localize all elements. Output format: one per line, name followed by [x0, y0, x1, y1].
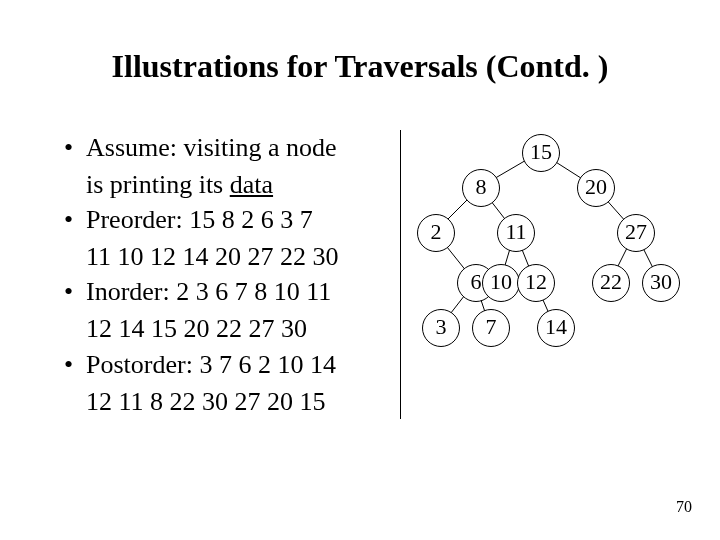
bullet-inorder-cont: 12 14 15 20 22 27 30 — [86, 311, 394, 346]
bullet-assume-cont-text: is printing its — [86, 170, 230, 199]
tree-node-11: 11 — [497, 214, 535, 252]
tree-node-10: 10 — [482, 264, 520, 302]
tree-node-8: 8 — [462, 169, 500, 207]
bullet-postorder: • Postorder: 3 7 6 2 10 14 — [64, 347, 394, 382]
slide: Illustrations for Traversals (Contd. ) •… — [0, 0, 720, 540]
bullet-assume-underline: data — [230, 170, 273, 199]
tree-node-14: 14 — [537, 309, 575, 347]
tree-node-30: 30 — [642, 264, 680, 302]
bullet-marker: • — [64, 347, 86, 382]
bullet-inorder: • Inorder: 2 3 6 7 8 10 11 — [64, 274, 394, 309]
bullet-marker: • — [64, 202, 86, 237]
tree-node-22: 22 — [592, 264, 630, 302]
bullet-preorder: • Preorder: 15 8 2 6 3 7 — [64, 202, 394, 237]
bullet-text: Inorder: 2 3 6 7 8 10 11 — [86, 274, 394, 309]
tree-edges — [400, 132, 700, 392]
tree-node-12: 12 — [517, 264, 555, 302]
bullet-text: Preorder: 15 8 2 6 3 7 — [86, 202, 394, 237]
bullet-assume: • Assume: visiting a node — [64, 130, 394, 165]
tree-node-20: 20 — [577, 169, 615, 207]
tree-node-27: 27 — [617, 214, 655, 252]
bullet-marker: • — [64, 274, 86, 309]
tree-node-3: 3 — [422, 309, 460, 347]
bullet-text: Assume: visiting a node — [86, 130, 394, 165]
tree-node-15: 15 — [522, 134, 560, 172]
bullet-assume-cont: is printing its data — [86, 167, 394, 202]
bullet-text: Postorder: 3 7 6 2 10 14 — [86, 347, 394, 382]
bullet-postorder-cont: 12 11 8 22 30 27 20 15 — [86, 384, 394, 419]
page-number: 70 — [676, 498, 692, 516]
bullet-preorder-cont: 11 10 12 14 20 27 22 30 — [86, 239, 394, 274]
bullet-marker: • — [64, 130, 86, 165]
tree-node-2: 2 — [417, 214, 455, 252]
tree-diagram: 15 8 20 2 11 27 6 10 12 22 30 3 7 14 — [400, 132, 700, 392]
tree-node-7: 7 — [472, 309, 510, 347]
bullet-list: • Assume: visiting a node is printing it… — [64, 130, 401, 419]
slide-title: Illustrations for Traversals (Contd. ) — [0, 48, 720, 85]
